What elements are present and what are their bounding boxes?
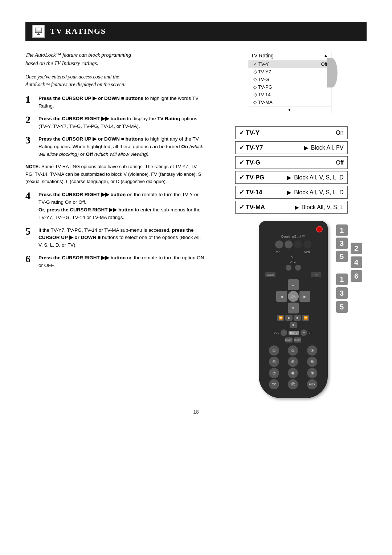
overlay-num-6: 6: [351, 270, 362, 282]
menu-item-tvma: ◇ TV-MA: [248, 98, 331, 106]
num-1[interactable]: ①: [269, 345, 279, 356]
menu-item-tvpg-label: ◇ TV-PG: [253, 84, 272, 90]
dpad-up[interactable]: ▲: [288, 279, 299, 290]
media-controls-2: ⏸: [264, 322, 323, 328]
step-num-1: 1: [25, 94, 36, 105]
step-text-6: Press the CURSOR RIGHT ▶▶ button on the …: [38, 254, 205, 270]
menu-item-tvma-label: ◇ TV-MA: [253, 100, 273, 105]
rating-row-tvy7-arrow: ▶: [304, 145, 308, 151]
step-num-2: 2: [25, 114, 36, 126]
menu-item-tvy-value: Off: [321, 61, 327, 67]
dpad-down[interactable]: ▼: [288, 303, 299, 313]
rating-row-tv14-arrow: ▶: [287, 190, 291, 195]
intro-paragraph-2: Once you've entered your access code and…: [25, 73, 205, 88]
overlay-num-3b: 3: [336, 287, 348, 299]
remote-btn-3[interactable]: [294, 240, 302, 248]
rating-row-tvma-label: ✓ TV-MA: [239, 203, 292, 211]
menu-item-tvpg: ◇ TV-PG: [248, 83, 331, 91]
step-5: 5 If the TV-Y7, TV-PG, TV-14 or TV-MA su…: [25, 227, 205, 250]
remote-brand: QuadraSurf™: [264, 235, 323, 238]
func-btn-1[interactable]: MENU: [265, 272, 275, 277]
dpad-center[interactable]: OK: [288, 291, 299, 302]
rating-row-tvg-value: Off: [336, 159, 343, 166]
page: TV Ratings The AutoLock™ feature can blo…: [0, 0, 392, 555]
overlay-num-4: 4: [351, 256, 362, 268]
main-content: The AutoLock™ feature can block programm…: [25, 51, 367, 398]
remote-btn-4[interactable]: [303, 240, 311, 248]
remote-side-labels: TV VCR: [264, 251, 323, 254]
num-4[interactable]: ④: [269, 357, 279, 367]
num-5[interactable]: ⑤: [288, 357, 298, 367]
remote-small-circles: [264, 265, 323, 271]
remote-btn-2[interactable]: [285, 240, 293, 248]
step-4: 4 Press the CURSOR RIGHT ▶▶ button on th…: [25, 191, 205, 222]
remote-top-buttons: [264, 240, 323, 248]
overlay-num-3: 3: [336, 238, 348, 249]
rating-menu-container: TV Rating ▲ ✓ TV-Y Off ◇ TV-Y7 ◇ TV-G ◇: [248, 51, 331, 120]
step-3: 3 Press the CURSOR UP ▶ or DOWN ■ button…: [25, 135, 205, 158]
remote-side-labels-3: ATC: [264, 260, 323, 263]
step-6: 6 Press the CURSOR RIGHT ▶▶ button on th…: [25, 254, 205, 270]
right-column: TV Rating ▲ ✓ TV-Y Off ◇ TV-Y7 ◇ TV-G ◇: [220, 51, 367, 398]
step-text-2: Press the CURSOR RIGHT ▶▶ button to disp…: [38, 115, 205, 130]
favor-btn[interactable]: FAVOR: [285, 337, 293, 343]
rating-rows: ✓ TV-Y On ✓ TV-Y7 ▶ Block All, FV ✓ TV-G…: [235, 126, 351, 216]
menu-item-tvg-label: ◇ TV-G: [253, 77, 269, 82]
menu-up-arrow: ▲: [324, 53, 328, 58]
rating-row-tvg-label: ✓ TV-G: [239, 159, 336, 166]
num-aux[interactable]: AUX: [307, 379, 317, 389]
stop-btn[interactable]: ■: [294, 315, 301, 321]
vol-row: VOL − MUTE + CH: [264, 329, 323, 336]
rating-row-tvy7-value: Block All, FV: [311, 145, 344, 151]
remote-side-labels-2: V−: [264, 255, 323, 259]
num-7[interactable]: ⑦: [269, 368, 279, 378]
overlay-num-5a: 5: [336, 251, 348, 262]
page-title: TV Ratings: [50, 27, 106, 36]
ffwd-btn[interactable]: ⏩: [302, 315, 309, 321]
note-block: NOTE: Some TV RATING options also have s…: [25, 163, 205, 185]
rating-menu-title: TV Rating: [251, 53, 274, 58]
remote-btn-1[interactable]: [275, 240, 283, 248]
num-0[interactable]: ⓪: [288, 379, 298, 389]
small-circle-1[interactable]: [286, 265, 291, 271]
overlay-num-5b: 5: [336, 301, 348, 313]
rating-row-tvpg: ✓ TV-PG ▶ Block All, V, S, L, D: [235, 171, 348, 184]
menu-item-tvy7: ◇ TV-Y7: [248, 68, 331, 76]
remote-body: QuadraSurf™ TV VCR: [259, 221, 328, 398]
vol-down[interactable]: −: [281, 329, 287, 336]
rating-row-tvma-arrow: ▶: [295, 204, 299, 210]
rating-row-tvy: ✓ TV-Y On: [235, 126, 348, 139]
num-3[interactable]: ③: [307, 345, 317, 356]
menu-footer: ▼: [248, 106, 331, 113]
dpad-right[interactable]: ▶: [299, 291, 310, 302]
steps-list-2: 4 Press the CURSOR RIGHT ▶▶ button on th…: [25, 191, 205, 270]
overlay-num-2: 2: [351, 243, 362, 254]
power-button[interactable]: [316, 226, 323, 232]
menu-item-tvy: ✓ TV-Y Off: [248, 60, 331, 68]
dpad-left[interactable]: ◀: [276, 291, 287, 302]
rating-menu-box: TV Rating ▲ ✓ TV-Y Off ◇ TV-Y7 ◇ TV-G ◇: [248, 51, 331, 113]
rating-menu-header: TV Rating ▲: [248, 51, 331, 60]
vol-up[interactable]: +: [301, 329, 307, 336]
num-cc[interactable]: CC: [269, 379, 279, 389]
num-8[interactable]: ⑧: [288, 368, 298, 378]
mute-btn[interactable]: MUTE: [289, 331, 299, 335]
step-text-4: Press the CURSOR RIGHT ▶▶ button on the …: [38, 191, 205, 222]
svg-rect-0: [35, 28, 42, 33]
num-2[interactable]: ②: [288, 345, 298, 356]
small-circle-2[interactable]: [295, 265, 301, 271]
play-btn[interactable]: ▶: [285, 315, 293, 321]
rating-row-tvma-value: Block All, V, S, L: [302, 204, 344, 211]
dpad: ▲ ◀ OK ▶ ▼: [264, 279, 323, 313]
rating-row-tvma: ✓ TV-MA ▶ Block All, V, S, L: [235, 201, 348, 214]
sleep-btn[interactable]: SLEEP: [294, 337, 301, 343]
rewind-btn[interactable]: ⏪: [277, 315, 284, 321]
menu-down-arrow: ▼: [287, 108, 291, 112]
num-6[interactable]: ⑥: [307, 357, 317, 367]
num-9[interactable]: ⑨: [307, 368, 317, 378]
pause-btn[interactable]: ⏸: [290, 322, 297, 328]
func-btn-2[interactable]: PIP: [311, 272, 321, 277]
page-number: 18: [25, 409, 367, 415]
rating-row-tv14: ✓ TV-14 ▶ Block All, V, S, L, D: [235, 186, 348, 199]
menu-item-tv14: ◇ TV-14: [248, 91, 331, 98]
